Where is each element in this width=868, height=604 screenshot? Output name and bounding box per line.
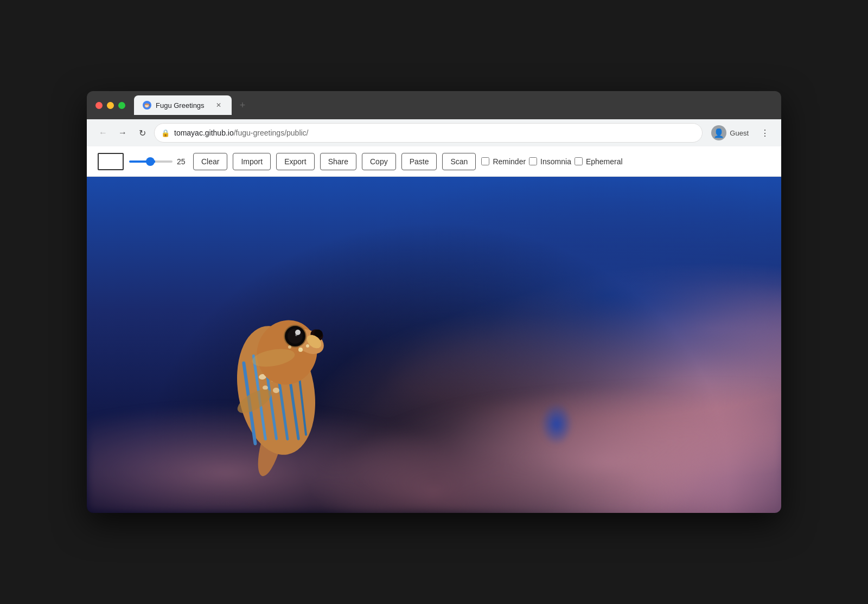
canvas-area[interactable] <box>87 177 781 513</box>
toolbar: 25 Clear Import Export Share Copy Paste … <box>87 146 781 177</box>
title-bar: 🐡 Fugu Greetings ✕ + <box>87 91 781 119</box>
clear-button[interactable]: Clear <box>193 153 227 170</box>
size-slider[interactable] <box>129 160 173 163</box>
ephemeral-text: Ephemeral <box>586 157 623 166</box>
url-domain: tomayac.github.io <box>174 128 234 137</box>
back-icon: ← <box>99 128 107 138</box>
svg-point-21 <box>288 329 303 344</box>
reload-button[interactable]: ↻ <box>135 125 150 140</box>
url-display: tomayac.github.io/fugu-greetings/public/ <box>174 128 695 137</box>
svg-point-23 <box>295 334 297 336</box>
ephemeral-checkbox[interactable] <box>575 157 583 165</box>
new-tab-button[interactable]: + <box>234 97 251 114</box>
back-button[interactable]: ← <box>95 125 111 140</box>
maximize-button[interactable] <box>118 102 125 109</box>
blue-spot <box>540 402 573 446</box>
security-icon: 🔒 <box>161 129 170 137</box>
size-value: 25 <box>177 157 188 166</box>
address-bar: ← → ↻ 🔒 tomayac.github.io/fugu-greetings… <box>87 119 781 146</box>
url-path: /fugu-greetings/public/ <box>234 128 309 137</box>
reminder-checkbox[interactable] <box>481 157 489 165</box>
svg-point-13 <box>273 388 279 393</box>
insomnia-checkbox[interactable] <box>529 157 537 165</box>
tab-close-button[interactable]: ✕ <box>214 101 223 110</box>
copy-button[interactable]: Copy <box>362 153 396 170</box>
profile-label: Guest <box>730 129 749 137</box>
tab-favicon: 🐡 <box>143 101 151 110</box>
tab-title: Fugu Greetings <box>156 101 210 110</box>
export-button[interactable]: Export <box>276 153 314 170</box>
fish-scene <box>87 177 781 513</box>
minimize-button[interactable] <box>107 102 114 109</box>
tab-bar: 🐡 Fugu Greetings ✕ + <box>134 95 773 115</box>
share-button[interactable]: Share <box>320 153 356 170</box>
insomnia-text: Insomnia <box>540 157 571 166</box>
paste-button[interactable]: Paste <box>401 153 437 170</box>
reminder-text: Reminder <box>493 157 526 166</box>
svg-point-14 <box>263 385 268 390</box>
vertical-dots-icon: ⋮ <box>761 128 769 138</box>
checkbox-group: Reminder Insomnia Ephemeral <box>481 157 622 166</box>
url-bar[interactable]: 🔒 tomayac.github.io/fugu-greetings/publi… <box>154 123 703 143</box>
forward-icon: → <box>118 128 127 138</box>
chrome-menu-button[interactable]: ⋮ <box>757 125 773 140</box>
reload-icon: ↻ <box>139 128 146 138</box>
reminder-label[interactable]: Reminder <box>481 157 526 166</box>
forward-button[interactable]: → <box>115 125 130 140</box>
fish-svg <box>184 271 358 488</box>
traffic-lights <box>95 102 125 109</box>
svg-point-30 <box>288 345 291 349</box>
profile-avatar-icon: 👤 <box>713 128 724 138</box>
close-button[interactable] <box>95 102 103 109</box>
size-slider-container: 25 <box>129 157 188 166</box>
profile-icon: 👤 <box>711 125 726 140</box>
import-button[interactable]: Import <box>233 153 271 170</box>
insomnia-label[interactable]: Insomnia <box>529 157 571 166</box>
active-tab[interactable]: 🐡 Fugu Greetings ✕ <box>134 95 232 115</box>
scan-button[interactable]: Scan <box>442 153 476 170</box>
color-swatch[interactable] <box>98 153 124 170</box>
svg-point-29 <box>306 344 309 348</box>
browser-window: 🐡 Fugu Greetings ✕ + ← → ↻ 🔒 tomayac.git… <box>87 91 781 513</box>
ephemeral-label[interactable]: Ephemeral <box>575 157 623 166</box>
svg-point-28 <box>298 348 303 352</box>
profile-area: 👤 Guest ⋮ <box>707 123 773 143</box>
fish-container <box>184 271 358 488</box>
profile-button[interactable]: 👤 Guest <box>707 123 753 143</box>
